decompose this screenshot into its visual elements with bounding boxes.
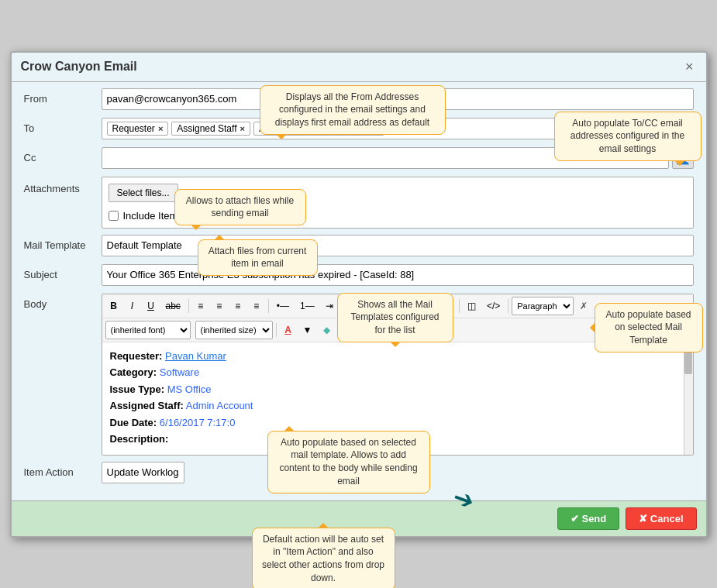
from-label: From xyxy=(24,88,102,105)
attachments-field-wrap: Select files... Include Item's Attachmen… xyxy=(102,177,694,229)
dialog-body: From To Requester × Assigned Staff × xyxy=(12,82,706,500)
toolbar-highlight-arrow[interactable]: ▼ xyxy=(336,322,355,338)
toolbar-file[interactable]: 📄 xyxy=(390,298,411,314)
attachments-label: Attachments xyxy=(24,177,102,194)
toolbar-list-number[interactable]: 1— xyxy=(295,298,319,314)
send-button[interactable]: ✔ Send xyxy=(557,507,619,530)
mail-template-label: Mail Template xyxy=(24,235,102,251)
to-tag-input[interactable]: Requester × Assigned Staff × Additional … xyxy=(102,118,694,139)
cc-label: Cc xyxy=(24,147,102,163)
paragraph-select[interactable]: Paragraph Heading 1 Heading 2 xyxy=(512,297,574,315)
body-content-area[interactable]: Requester: Pavan Kumar Category: Softwar… xyxy=(102,342,693,455)
cc-input-row: 👤 xyxy=(102,147,694,169)
toolbar-align-right[interactable]: ≡ xyxy=(229,298,246,314)
toolbar-code[interactable]: </> xyxy=(482,298,505,314)
assigned-staff-value: Admin Account xyxy=(186,400,253,411)
toolbar-font-color[interactable]: A xyxy=(280,322,297,338)
toolbar-table[interactable]: ◫ xyxy=(463,298,481,314)
body-label: Body xyxy=(24,294,102,310)
toolbar-align-center[interactable]: ≡ xyxy=(211,298,228,314)
item-action-select[interactable]: Update Worklog No Action Resolve Close xyxy=(102,462,184,483)
toolbar-sep2 xyxy=(268,299,269,313)
tag-assigned-staff-remove[interactable]: × xyxy=(240,124,244,133)
subject-input[interactable] xyxy=(102,264,694,286)
from-row: From xyxy=(24,88,694,112)
dialog-title-bar: Crow Canyon Email × xyxy=(12,53,706,82)
body-row: Body B I U abc ≡ ≡ ≡ ≡ •— xyxy=(24,294,694,456)
requester-link[interactable]: Pavan Kumar xyxy=(165,350,226,362)
tag-requester: Requester × xyxy=(107,122,169,136)
toolbar-indent[interactable]: ⇥ xyxy=(321,298,338,314)
cc-input[interactable] xyxy=(102,147,669,169)
body-issue-type-line: Issue Type: MS Office xyxy=(110,382,676,397)
body-editor: B I U abc ≡ ≡ ≡ ≡ •— 1— ⇥ 🔗 xyxy=(102,294,694,456)
toolbar-sep6 xyxy=(508,299,508,313)
toolbar-list-bullet[interactable]: •— xyxy=(272,298,294,314)
attachments-area: Select files... Include Item's Attachmen… xyxy=(102,177,694,229)
body-content-inner: Requester: Pavan Kumar Category: Softwar… xyxy=(110,349,685,447)
toolbar-image[interactable]: 📷 xyxy=(367,298,388,314)
body-field-wrap: B I U abc ≡ ≡ ≡ ≡ •— 1— ⇥ 🔗 xyxy=(102,294,694,456)
select-files-button[interactable]: Select files... xyxy=(109,184,178,202)
include-attachments-label: Include Item's Attachments xyxy=(123,210,243,222)
tooltip-default-action: Default action will be auto set in "Item… xyxy=(252,528,395,589)
toolbar-bold[interactable]: B xyxy=(105,298,122,314)
email-dialog: Crow Canyon Email × Displays all the Fro… xyxy=(10,51,708,538)
toolbar-sep4 xyxy=(414,299,415,313)
body-toolbar-row1: B I U abc ≡ ≡ ≡ ≡ •— 1— ⇥ 🔗 xyxy=(102,294,693,318)
category-value: Software xyxy=(160,366,199,378)
include-attachments-checkbox[interactable] xyxy=(109,211,119,221)
body-scrollbar[interactable] xyxy=(684,342,693,455)
tag-assigned-staff: Assigned Staff × xyxy=(171,122,250,136)
tag-additional-requester-remove[interactable]: × xyxy=(374,124,379,133)
toolbar-underline[interactable]: U xyxy=(143,298,160,314)
toolbar-print[interactable]: 🖨 xyxy=(362,322,381,338)
size-select-wrap: (inherited size) xyxy=(195,321,273,339)
to-row: To Requester × Assigned Staff × Addition… xyxy=(24,118,694,141)
to-label: To xyxy=(24,118,102,134)
close-button[interactable]: × xyxy=(682,59,697,75)
cc-person-button[interactable]: 👤 xyxy=(672,147,694,169)
mail-template-row: Mail Template xyxy=(24,235,694,258)
toolbar-sep8 xyxy=(358,323,359,337)
mail-template-field-wrap xyxy=(102,235,694,256)
toolbar-superscript[interactable]: x2 xyxy=(437,297,456,315)
subject-field-wrap xyxy=(102,264,694,286)
body-requester-line: Requester: Pavan Kumar xyxy=(110,349,676,364)
toolbar-sep3 xyxy=(341,299,342,313)
toolbar-link[interactable]: 🔗 xyxy=(345,298,366,314)
from-input[interactable] xyxy=(102,88,694,110)
subject-label: Subject xyxy=(24,264,102,280)
from-field-wrap xyxy=(102,88,694,110)
cancel-button[interactable]: ✘ Cancel xyxy=(626,507,696,530)
item-action-label: Item Action xyxy=(24,462,102,478)
include-attachments-row: Include Item's Attachments xyxy=(109,210,687,222)
attachments-row: Attachments Select files... Include Item… xyxy=(24,177,694,229)
issue-type-value: MS Office xyxy=(167,383,212,395)
cc-row: Cc 👤 xyxy=(24,147,694,170)
item-action-row: Item Action Update Worklog No Action Res… xyxy=(24,462,694,485)
font-select[interactable]: (inherited font) xyxy=(105,321,191,339)
toolbar-strikethrough[interactable]: abc xyxy=(161,298,185,314)
body-due-date-line: Due Date: 6/16/2017 7:17:0 xyxy=(110,415,676,431)
toolbar-eraser[interactable]: ✗ xyxy=(575,298,592,314)
paragraph-select-wrap: Paragraph Heading 1 Heading 2 xyxy=(512,297,574,315)
tag-requester-remove[interactable]: × xyxy=(158,124,163,133)
toolbar-align-left[interactable]: ≡ xyxy=(192,298,209,314)
toolbar-highlight[interactable]: ◆ xyxy=(318,322,335,338)
footer-bar: ➔ ✔ Send ✘ Cancel xyxy=(12,500,706,536)
size-select[interactable]: (inherited size) xyxy=(195,321,273,339)
toolbar-sep7 xyxy=(276,323,277,337)
body-assigned-staff-line: Assigned Staff: Admin Account xyxy=(110,398,676,414)
mail-template-input[interactable] xyxy=(102,235,694,256)
font-select-wrap: (inherited font) xyxy=(105,321,191,339)
toolbar-italic[interactable]: I xyxy=(124,298,141,314)
tag-additional-requester: Additional Requester Email × xyxy=(253,122,384,136)
toolbar-font-color-arrow[interactable]: ▼ xyxy=(298,322,317,338)
toolbar-subscript[interactable]: x2 xyxy=(418,297,436,314)
scroll-thumb xyxy=(684,343,692,374)
toolbar-justify[interactable]: ≡ xyxy=(248,298,265,314)
to-field-wrap: Requester × Assigned Staff × Additional … xyxy=(102,118,694,139)
body-description-line: Description: xyxy=(110,432,676,447)
toolbar-sep5 xyxy=(459,299,460,313)
